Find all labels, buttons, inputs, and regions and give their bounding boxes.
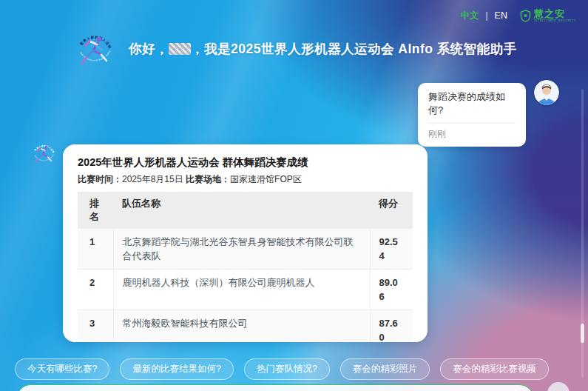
score-cell: 89.06	[370, 270, 413, 310]
header-team: 队伍名称	[113, 192, 370, 229]
svg-text:世界人形机器人运动会: 世界人形机器人运动会	[30, 139, 55, 154]
brand-logo[interactable]: 慧之安 INTELLIGENT SECURITY	[520, 9, 576, 22]
lang-toggle-en[interactable]: EN	[495, 10, 507, 21]
bubble-divider	[428, 123, 516, 124]
shield-icon	[520, 10, 531, 22]
user-avatar	[534, 80, 559, 105]
suggestion-chip-videos[interactable]: 赛会的精彩比赛视频	[440, 358, 549, 380]
header-rank: 排名	[78, 192, 113, 229]
svg-text:World Humanoid Robot Games: World Humanoid Robot Games	[72, 27, 111, 62]
app-screen: 中文 | EN 慧之安 INTELLIGENT SECURITY 世界人形机器人…	[0, 0, 588, 391]
rank-cell: 1	[78, 229, 113, 270]
brand-text: 慧之安 INTELLIGENT SECURITY	[534, 9, 576, 22]
svg-text:World Humanoid Robot Games: World Humanoid Robot Games	[30, 139, 54, 161]
suggestion-chip-latest-results[interactable]: 最新的比赛结果如何?	[120, 358, 233, 380]
svg-text:世界人形机器人运动会: 世界人形机器人运动会	[72, 27, 112, 50]
results-card: 2025年世界人形机器人运动会 群体舞蹈决赛成绩 比赛时间：2025年8月15日…	[63, 144, 428, 342]
header-score: 得分	[370, 192, 413, 229]
table-header-row: 排名 队伍名称 得分	[78, 192, 413, 229]
table-row: 1 北京舞蹈学院与湖北光谷东智具身智能技术有限公司联合代表队 92.54	[78, 229, 413, 270]
topbar: 中文 | EN 慧之安 INTELLIGENT SECURITY	[460, 9, 576, 22]
mic-button[interactable]	[547, 382, 570, 391]
results-title: 2025年世界人形机器人运动会 群体舞蹈决赛成绩	[78, 155, 413, 170]
table-row: 2 鹿明机器人科技（深圳）有限公司鹿明机器人 89.06	[78, 270, 413, 310]
results-table: 排名 队伍名称 得分 1 北京舞蹈学院与湖北光谷东智具身智能技术有限公司联合代表…	[78, 192, 413, 342]
score-cell: 87.60	[370, 310, 413, 343]
redacted-username	[169, 43, 191, 55]
score-cell: 92.54	[370, 229, 413, 270]
scrollbar-thumb[interactable]	[581, 324, 584, 343]
assistant-avatar: 世界人形机器人运动会 World Humanoid Robot Games	[30, 139, 58, 167]
suggestion-chips: 今天有哪些比赛? 最新的比赛结果如何? 热门赛队情况? 赛会的精彩照片 赛会的精…	[15, 358, 549, 380]
rank-cell: 2	[78, 270, 113, 310]
message-input[interactable]	[16, 384, 534, 391]
games-logo-icon: 世界人形机器人运动会 World Humanoid Robot Games	[72, 27, 117, 71]
table-row: 3 常州海毅欧智能科技有限公司 87.60	[78, 310, 413, 343]
message-timestamp: 刚刚	[428, 128, 516, 141]
suggestion-chip-photos[interactable]: 赛会的精彩照片	[340, 358, 430, 380]
team-cell: 北京舞蹈学院与湖北光谷东智具身智能技术有限公司联合代表队	[113, 229, 370, 270]
greeting-header: 世界人形机器人运动会 World Humanoid Robot Games 你好…	[72, 27, 517, 71]
suggestion-chip-today-games[interactable]: 今天有哪些比赛?	[15, 358, 109, 380]
team-cell: 常州海毅欧智能科技有限公司	[113, 310, 370, 343]
greeting-text: 你好，，我是2025世界人形机器人运动会 AInfo 系统智能助手	[129, 40, 517, 58]
lang-divider: |	[485, 10, 487, 21]
team-cell: 鹿明机器人科技（深圳）有限公司鹿明机器人	[113, 270, 370, 310]
brand-tagline: INTELLIGENT SECURITY	[534, 19, 576, 22]
lang-toggle-zh[interactable]: 中文	[460, 10, 479, 22]
user-chat-bubble: 舞蹈决赛的成绩如何? 刚刚	[418, 83, 526, 147]
rank-cell: 3	[78, 310, 113, 343]
suggestion-chip-popular-teams[interactable]: 热门赛队情况?	[244, 358, 330, 380]
results-meta: 比赛时间：2025年8月15日 比赛场地：国家速滑馆FOP区	[78, 173, 413, 186]
brand-name: 慧之安	[534, 9, 576, 19]
user-message: 舞蹈决赛的成绩如何?	[428, 90, 516, 117]
